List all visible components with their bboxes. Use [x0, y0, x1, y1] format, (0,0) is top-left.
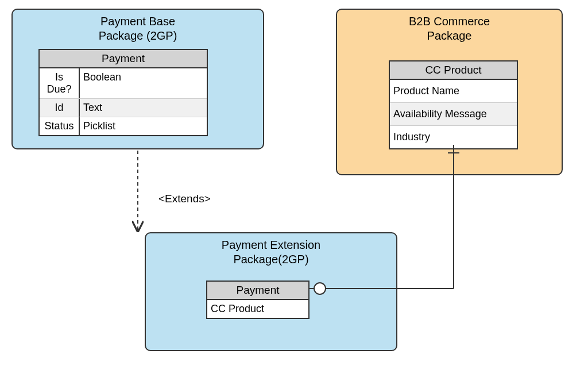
field-type: Text: [80, 99, 207, 117]
table-cc-product: CC Product Product Name Availability Mes…: [389, 60, 518, 149]
extends-label: <Extends>: [158, 193, 211, 205]
table-row: Product Name: [390, 80, 517, 103]
field-name: CC Product: [207, 300, 308, 318]
package-title: Payment Base Package (2GP): [13, 10, 263, 43]
table-row: Industry: [390, 126, 517, 148]
field-name: Availability Message: [390, 103, 517, 125]
title-line-1: Payment Base: [13, 14, 263, 29]
table-payment-base: Payment Is Due? Boolean Id Text Status P…: [38, 49, 208, 136]
table-header: Payment: [207, 282, 308, 300]
diagram-canvas: Payment Base Package (2GP) Payment Is Du…: [0, 0, 588, 365]
package-title: Payment Extension Package(2GP): [146, 233, 396, 267]
field-name: Is Due?: [40, 68, 80, 98]
field-name: Industry: [390, 126, 517, 148]
title-line-2: Package (2GP): [13, 29, 263, 43]
table-payment-ext: Payment CC Product: [206, 281, 310, 319]
table-row: Status Picklist: [40, 117, 207, 135]
title-line-2: Package: [337, 29, 562, 43]
field-type: Boolean: [80, 68, 207, 98]
table-row: Availability Message: [390, 103, 517, 126]
field-type: Picklist: [80, 117, 207, 135]
table-row: CC Product: [207, 300, 308, 318]
field-name: Id: [40, 99, 80, 117]
field-name: Product Name: [390, 80, 517, 102]
field-name: Status: [40, 117, 80, 135]
package-payment-extension: Payment Extension Package(2GP) Payment C…: [145, 232, 397, 351]
package-title: B2B Commerce Package: [337, 10, 562, 43]
table-row: Is Due? Boolean: [40, 68, 207, 99]
package-payment-base: Payment Base Package (2GP) Payment Is Du…: [11, 9, 264, 149]
table-header: Payment: [40, 50, 207, 68]
title-line-1: Payment Extension: [146, 238, 396, 252]
table-header: CC Product: [390, 62, 517, 80]
table-row: Id Text: [40, 99, 207, 117]
title-line-1: B2B Commerce: [337, 14, 562, 29]
package-b2b-commerce: B2B Commerce Package CC Product Product …: [336, 9, 563, 175]
title-line-2: Package(2GP): [146, 252, 396, 267]
